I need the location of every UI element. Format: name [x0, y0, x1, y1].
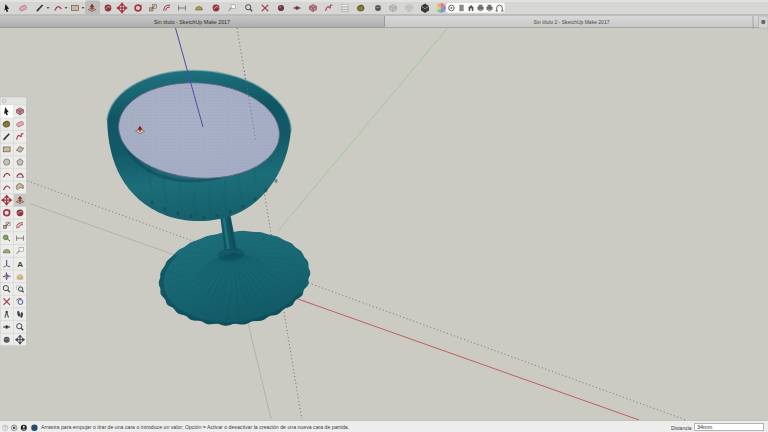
svg-text:?: ? — [4, 425, 7, 431]
svg-text:A: A — [17, 260, 23, 269]
